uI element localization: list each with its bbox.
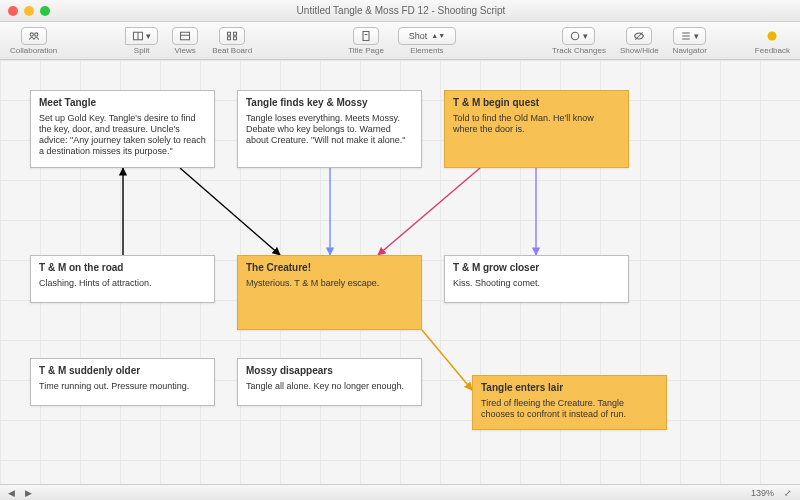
svg-rect-10	[363, 31, 369, 40]
beat-card-body: Tired of fleeing the Creature. Tangle ch…	[481, 398, 658, 421]
beat-card-title: T & M suddenly older	[39, 365, 206, 378]
beat-card-mossy-disappears[interactable]: Mossy disappearsTangle all alone. Key no…	[237, 358, 422, 406]
views-icon	[179, 30, 191, 42]
beat-board-label: Beat Board	[212, 46, 252, 55]
beat-card-finds-key[interactable]: Tangle finds key & MossyTangle loses eve…	[237, 90, 422, 168]
connection-arrow	[422, 330, 472, 390]
beat-card-body: Kiss. Shooting comet.	[453, 278, 620, 289]
beat-card-meet-tangle[interactable]: Meet TangleSet up Gold Key. Tangle's des…	[30, 90, 215, 168]
beat-card-title: Meet Tangle	[39, 97, 206, 110]
views-button[interactable]	[172, 27, 198, 45]
collaboration-label: Collaboration	[10, 46, 57, 55]
views-label: Views	[175, 46, 196, 55]
beat-card-title: T & M begin quest	[453, 97, 620, 110]
toolbar: Collaboration ▾ Split Views Beat Board T…	[0, 22, 800, 60]
beat-board-canvas[interactable]: Meet TangleSet up Gold Key. Tangle's des…	[0, 60, 800, 484]
beat-card-title: Mossy disappears	[246, 365, 413, 378]
zoom-fit-icon[interactable]: ⤢	[784, 488, 792, 498]
beat-card-suddenly-older[interactable]: T & M suddenly olderTime running out. Pr…	[30, 358, 215, 406]
beat-board-button[interactable]	[219, 27, 245, 45]
status-bar: ◀ ▶ 139% ⤢	[0, 484, 800, 500]
svg-rect-7	[234, 32, 237, 35]
navigator-label: Navigator	[673, 46, 707, 55]
feedback-button[interactable]	[760, 27, 784, 45]
beat-card-body: Mysterious. T & M barely escape.	[246, 278, 413, 289]
show-hide-button[interactable]	[626, 27, 652, 45]
status-back-button[interactable]: ◀	[8, 488, 15, 498]
beat-card-body: Told to find the Old Man. He'll know whe…	[453, 113, 620, 136]
svg-point-17	[768, 31, 777, 40]
elements-label: Elements	[410, 46, 443, 55]
split-label: Split	[134, 46, 150, 55]
beat-card-body: Set up Gold Key. Tangle's desire to find…	[39, 113, 206, 158]
svg-rect-8	[228, 36, 231, 39]
title-page-button[interactable]	[353, 27, 379, 45]
svg-rect-9	[234, 36, 237, 39]
navigator-button[interactable]: ▾	[673, 27, 706, 45]
beat-card-title: T & M on the road	[39, 262, 206, 275]
window-title: Untitled Tangle & Moss FD 12 - Shooting …	[50, 5, 752, 16]
title-page-icon	[360, 30, 372, 42]
svg-point-0	[30, 32, 33, 35]
track-changes-label: Track Changes	[552, 46, 606, 55]
track-changes-icon	[569, 30, 581, 42]
svg-point-12	[572, 32, 580, 40]
connection-arrow	[180, 168, 280, 255]
beat-card-grow-closer[interactable]: T & M grow closerKiss. Shooting comet.	[444, 255, 629, 303]
beat-card-title: Tangle finds key & Mossy	[246, 97, 413, 110]
collaboration-button[interactable]	[21, 27, 47, 45]
feedback-icon	[766, 30, 778, 42]
zoom-level[interactable]: 139%	[751, 488, 774, 498]
navigator-icon	[680, 30, 692, 42]
beat-card-body: Tangle all alone. Key no longer enough.	[246, 381, 413, 392]
minimize-window-button[interactable]	[24, 6, 34, 16]
beat-card-on-road[interactable]: T & M on the roadClashing. Hints of attr…	[30, 255, 215, 303]
show-hide-icon	[633, 30, 645, 42]
beat-card-body: Time running out. Pressure mounting.	[39, 381, 206, 392]
connection-arrow	[378, 168, 480, 255]
beat-card-title: T & M grow closer	[453, 262, 620, 275]
element-type-value: Shot	[409, 31, 428, 41]
split-icon	[132, 30, 144, 42]
svg-point-1	[34, 32, 37, 35]
window-controls	[8, 6, 50, 16]
beat-board-icon	[226, 30, 238, 42]
feedback-label: Feedback	[755, 46, 790, 55]
svg-rect-4	[181, 32, 190, 40]
collaboration-icon	[28, 30, 40, 42]
title-page-label: Title Page	[348, 46, 384, 55]
window-titlebar: Untitled Tangle & Moss FD 12 - Shooting …	[0, 0, 800, 22]
status-forward-button[interactable]: ▶	[25, 488, 32, 498]
split-button[interactable]: ▾	[125, 27, 158, 45]
beat-card-title: The Creature!	[246, 262, 413, 275]
show-hide-label: Show/Hide	[620, 46, 659, 55]
beat-card-enters-lair[interactable]: Tangle enters lairTired of fleeing the C…	[472, 375, 667, 430]
beat-card-body: Clashing. Hints of attraction.	[39, 278, 206, 289]
beat-card-begin-quest[interactable]: T & M begin questTold to find the Old Ma…	[444, 90, 629, 168]
track-changes-button[interactable]: ▾	[562, 27, 595, 45]
beat-card-title: Tangle enters lair	[481, 382, 658, 395]
close-window-button[interactable]	[8, 6, 18, 16]
beat-card-creature[interactable]: The Creature!Mysterious. T & M barely es…	[237, 255, 422, 330]
svg-rect-6	[228, 32, 231, 35]
zoom-window-button[interactable]	[40, 6, 50, 16]
beat-card-body: Tangle loses everything. Meets Mossy. De…	[246, 113, 413, 147]
element-type-select[interactable]: Shot ▲▼	[398, 27, 456, 45]
